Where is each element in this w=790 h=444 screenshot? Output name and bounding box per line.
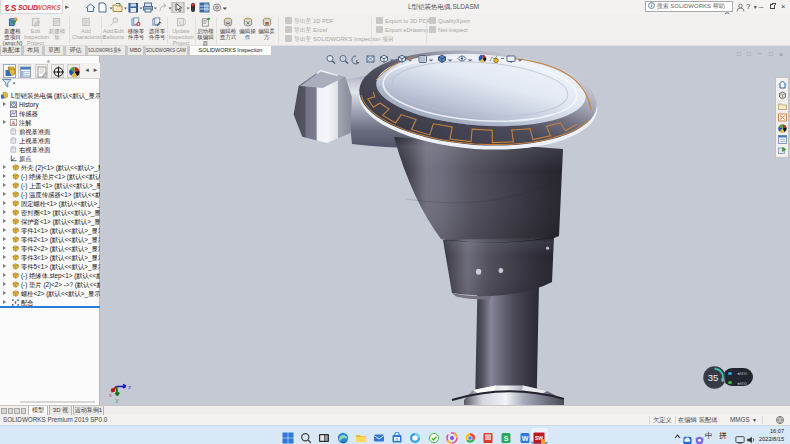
svg-text:%: % bbox=[721, 378, 725, 383]
svg-text:W: W bbox=[521, 434, 528, 441]
svg-text:35: 35 bbox=[708, 372, 719, 383]
svg-text:WORKS: WORKS bbox=[35, 4, 61, 11]
svg-text:3: 3 bbox=[5, 3, 10, 13]
svg-text:S: S bbox=[504, 434, 509, 441]
svg-text:x: x bbox=[109, 392, 112, 398]
svg-text:y: y bbox=[116, 397, 119, 403]
svg-text:A: A bbox=[11, 119, 15, 125]
svg-text:S: S bbox=[10, 3, 16, 13]
svg-text:z: z bbox=[128, 384, 131, 390]
